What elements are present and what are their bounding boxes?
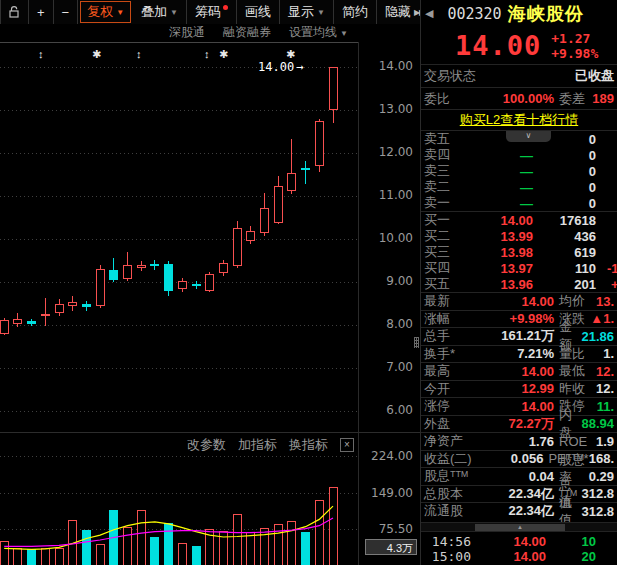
stat-label: 昨收 — [559, 380, 585, 398]
chart-toolbar: +−复权▼叠加▼筹码画线显示▼简约隐藏▶▶ — [0, 0, 420, 24]
stat-value: 14.00 — [521, 399, 554, 414]
arrow-right-icon: → — [296, 60, 303, 74]
volume-header-link-1[interactable]: 加指标 — [238, 436, 277, 454]
tick-volume: 10 — [546, 534, 596, 549]
price-gridline — [0, 153, 358, 154]
tick-list[interactable]: 14:5614.001015:0014.0020 — [421, 531, 617, 564]
toolbar-zoom-in-button[interactable]: + — [29, 0, 54, 24]
candle-body — [205, 274, 214, 291]
volume-last-value-box: 4.3万 — [365, 539, 417, 555]
chevron-down-icon: ▼ — [340, 29, 348, 38]
candle-body — [0, 320, 9, 334]
volume-bar — [329, 487, 338, 565]
stat-label: 涨停 — [424, 397, 450, 415]
price-axis: 14.0013.0012.0011.0010.009.008.007.006.0… — [358, 42, 419, 565]
volume-bar — [260, 528, 269, 565]
back-arrow-icon[interactable]: ◀ — [425, 7, 433, 20]
toolbar-chips-button[interactable]: 筹码 — [187, 0, 237, 24]
stat-label: ROE — [559, 434, 587, 449]
close-icon[interactable]: × — [340, 438, 354, 452]
toolbar-label: 复权 — [87, 3, 113, 21]
stat-value: 13. — [596, 294, 614, 309]
buy-queue: 买一14.0017618买二13.99436买三13.98619买四13.971… — [421, 212, 617, 292]
order-price: 13.98 — [461, 245, 533, 260]
order-book-row-sell5[interactable]: 卖一—0 — [421, 195, 617, 211]
order-book-row-sell2[interactable]: 卖四—0 — [421, 147, 617, 163]
order-book-row-sell3[interactable]: 卖三—0 — [421, 163, 617, 179]
subheader-item-1[interactable]: 融资融券 — [223, 24, 271, 41]
price-gridline — [0, 110, 358, 111]
event-marker-icon: ✱ — [219, 49, 228, 59]
candle-body — [329, 67, 338, 110]
volume-header-link-0[interactable]: 改参数 — [187, 436, 226, 454]
volume-pane[interactable]: 改参数加指标换指标× — [0, 432, 358, 565]
volume-bar — [164, 523, 173, 565]
order-volume: 0 — [533, 196, 596, 211]
subheader-item-0[interactable]: 深股通 — [169, 24, 205, 41]
stats-row-4: 最高14.00最低12. — [421, 362, 617, 380]
order-book-row-buy2[interactable]: 买二13.99436 — [421, 228, 617, 244]
order-volume: 0 — [533, 180, 596, 195]
candle-body — [137, 265, 146, 268]
toolbar-simple-button[interactable]: 简约 — [334, 0, 377, 24]
price-axis-label: 6.00 — [386, 403, 413, 417]
stat-value: 312.8 — [581, 504, 614, 519]
lock-icon — [9, 6, 20, 18]
candlestick-chart[interactable]: ↕✱↕↕✱✱14.00→ — [0, 42, 358, 432]
candle-body — [109, 270, 118, 280]
stat-value: 72.27万 — [508, 415, 554, 433]
order-price: — — [461, 196, 533, 211]
candle-body — [315, 121, 324, 166]
candle-body — [150, 264, 159, 266]
stats-row-7: 外盘72.27万内盘88.94 — [421, 415, 617, 433]
order-book-row-buy1[interactable]: 买一14.0017618 — [421, 212, 617, 228]
order-book-row-buy4[interactable]: 买四13.97110-1 — [421, 260, 617, 276]
toolbar-display-button[interactable]: 显示▼ — [280, 0, 334, 24]
weicha-value: 189 — [592, 91, 614, 106]
stats-row-2: 总手161.21万金额21.86 — [421, 327, 617, 345]
stat-value: +9.98% — [510, 311, 554, 326]
candle-body — [260, 208, 269, 233]
toolbar-overlay-button[interactable]: 叠加▼ — [133, 0, 187, 24]
stat-label: 收益(二) — [424, 450, 472, 468]
splitter-handle[interactable]: ▲ — [475, 524, 565, 531]
order-book-row-sell4[interactable]: 卖二—0 — [421, 179, 617, 195]
weibi-value: 100.00% — [503, 91, 554, 106]
toolbar-label: 简约 — [342, 3, 368, 21]
candle-body — [301, 168, 310, 170]
toolbar-zoom-out-button[interactable]: − — [54, 0, 79, 24]
order-book-row-buy3[interactable]: 买三13.98619 — [421, 244, 617, 260]
candle-body — [27, 321, 36, 324]
stat-value: 88.94 — [581, 416, 614, 431]
volume-bar — [96, 544, 105, 565]
volume-bar — [274, 524, 283, 565]
buy-l2-link[interactable]: 购买L2查看十档行情 — [460, 111, 578, 129]
pane-resize-handle[interactable] — [414, 337, 419, 348]
volume-bar — [301, 532, 310, 565]
stat-value: 14.00 — [521, 294, 554, 309]
price-axis-label: 8.00 — [386, 317, 413, 331]
volume-header-link-2[interactable]: 换指标 — [289, 436, 328, 454]
red-dot-icon — [223, 5, 228, 10]
tick-row-0[interactable]: 14:5614.0010 — [421, 534, 617, 549]
subheader-item-2[interactable]: 设置均线▼ — [289, 24, 348, 41]
volume-axis-label: 149.00 — [371, 486, 413, 500]
toolbar-draw-line-button[interactable]: 画线 — [237, 0, 280, 24]
volume-bar — [178, 543, 187, 565]
tick-price: 14.00 — [481, 549, 546, 564]
order-book-row-buy5[interactable]: 买五13.96201+ — [421, 276, 617, 292]
order-book: ∨ 卖五—0卖四—0卖三—0卖二—0卖一—0 买一14.0017618买二13.… — [421, 130, 617, 292]
volume-bar — [315, 500, 324, 565]
candle-body — [41, 314, 50, 316]
event-marker-icon: ↕ — [204, 49, 210, 59]
collapse-chevron-tab[interactable]: ∨ — [506, 131, 551, 142]
tick-row-1[interactable]: 15:0014.0020 — [421, 549, 617, 564]
toolbar-lock-button[interactable] — [0, 0, 29, 24]
stats-row-0: 最新14.00均价13. — [421, 292, 617, 310]
stat-value: 12. — [596, 381, 614, 396]
toolbar-fuquan-button[interactable]: 复权▼ — [80, 1, 131, 23]
toolbar-label: + — [37, 5, 45, 20]
change-percent: +9.98% — [551, 46, 598, 61]
stat-label: 流通股 — [424, 502, 463, 520]
volume-bar — [246, 532, 255, 565]
